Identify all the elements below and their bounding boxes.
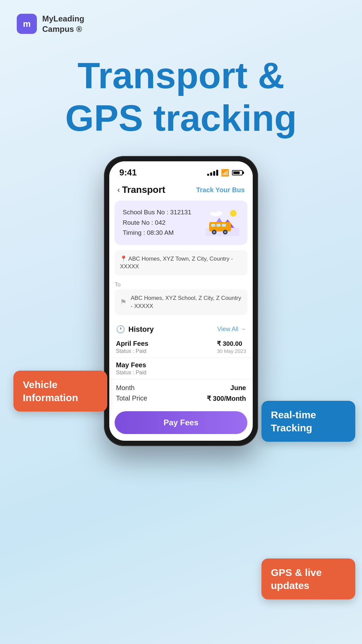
phone-mockup: Vehicle Information Real-time Tracking G…	[0, 156, 362, 446]
battery-icon	[232, 170, 243, 175]
to-address: ABC Homes, XYZ School, Z City, Z Country…	[131, 294, 242, 310]
svg-point-11	[224, 231, 226, 233]
bus-timing: Timing : 08:30 AM	[123, 228, 191, 238]
fee-may-info: May Fees Status : Paid	[116, 361, 146, 376]
svg-point-14	[210, 212, 215, 215]
phone-screen: 9:41 📶 ‹ Tr	[109, 161, 253, 440]
gps-updates-bubble: GPS & live updates	[261, 558, 355, 599]
history-title: 🕐 History	[116, 325, 154, 334]
signal-icon	[207, 170, 218, 176]
pay-fees-button[interactable]: Pay Fees	[115, 411, 247, 434]
fee-april-info: April Fees Status : Paid	[116, 340, 148, 354]
realtime-tracking-bubble: Real-time Tracking	[261, 401, 355, 442]
logo-icon: m	[17, 14, 37, 34]
bus-illustration	[206, 209, 239, 236]
route-number: Route No : 042	[123, 218, 191, 228]
vehicle-info-bubble: Vehicle Information	[13, 371, 107, 412]
bus-info-card: School Bus No : 312131 Route No : 042 Ti…	[115, 201, 247, 245]
flag-icon: ⚑	[120, 298, 127, 307]
summary-section: Month June Total Price ₹ 300/Month	[109, 379, 253, 407]
track-bus-link[interactable]: Track Your Bus	[196, 186, 245, 194]
app-header: ‹ Transport Track Your Bus	[109, 180, 253, 201]
month-row: Month June	[116, 384, 246, 392]
status-icons: 📶	[207, 169, 243, 177]
back-button[interactable]: ‹ Transport	[117, 184, 165, 195]
view-all-link[interactable]: View All →	[217, 326, 246, 333]
back-arrow-icon: ‹	[117, 185, 120, 195]
from-section: 📍 ABC Homes, XYZ Town, Z City, Country -…	[109, 249, 253, 278]
svg-rect-5	[211, 224, 215, 227]
total-price-row: Total Price ₹ 300/Month	[116, 394, 246, 402]
phone-outer: 9:41 📶 ‹ Tr	[104, 156, 258, 446]
bus-details: School Bus No : 312131 Route No : 042 Ti…	[123, 207, 191, 238]
svg-rect-7	[222, 224, 226, 227]
fee-april-amount: ₹ 300.00 30 May 2023	[217, 340, 246, 354]
to-address-card: ⚑ ABC Homes, XYZ School, Z City, Z Count…	[115, 289, 247, 315]
status-bar: 9:41 📶	[109, 161, 253, 180]
history-header: 🕐 History View All →	[109, 321, 253, 336]
header: m MyLeading Campus ®	[0, 0, 362, 41]
svg-point-13	[216, 211, 223, 215]
bus-number: School Bus No : 312131	[123, 207, 191, 217]
svg-rect-6	[217, 224, 221, 227]
from-address: 📍 ABC Homes, XYZ Town, Z City, Country -…	[115, 250, 247, 276]
clock-icon: 🕐	[116, 325, 125, 334]
svg-point-0	[230, 210, 237, 217]
to-label: To	[115, 281, 247, 288]
fee-row-april: April Fees Status : Paid ₹ 300.00 30 May…	[109, 336, 253, 358]
status-time: 9:41	[119, 167, 137, 178]
wifi-icon: 📶	[221, 169, 229, 177]
hero-title: Transport & GPS tracking	[0, 41, 362, 149]
brand-name: MyLeading Campus ®	[42, 13, 84, 34]
fee-row-may: May Fees Status : Paid	[109, 358, 253, 379]
to-section: To ⚑ ABC Homes, XYZ School, Z City, Z Co…	[109, 278, 253, 321]
svg-point-9	[213, 231, 215, 233]
